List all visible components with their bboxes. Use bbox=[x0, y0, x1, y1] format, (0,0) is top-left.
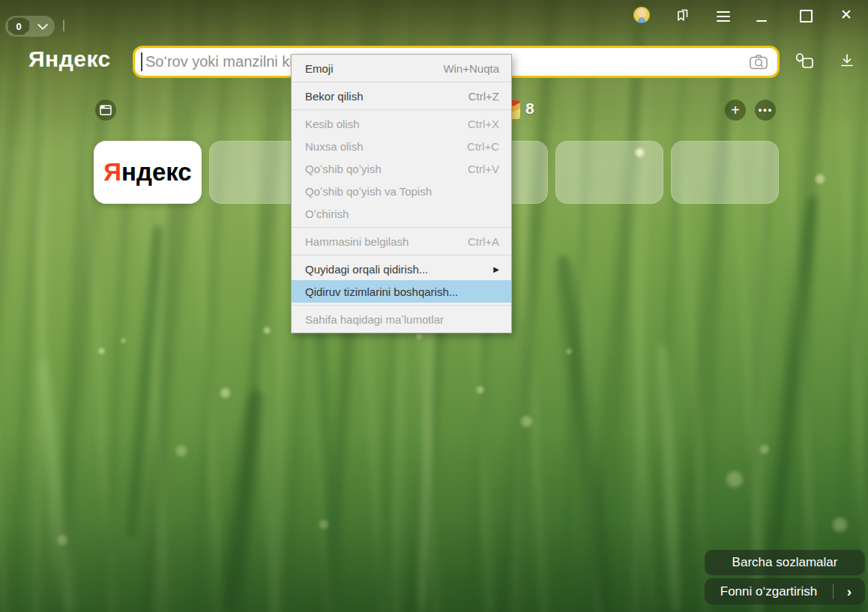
menu-item-label: Sahifa haqidagi maʼlumotlar bbox=[305, 313, 499, 326]
all-settings-button[interactable]: Barcha sozlamalar bbox=[705, 550, 865, 575]
change-background-button[interactable]: Fonni oʻzgartirish › bbox=[705, 578, 865, 605]
menu-item-undo[interactable]: Bekor qilish Ctrl+Z bbox=[292, 85, 511, 107]
yandex-tile-logo: Яндекс bbox=[103, 158, 191, 187]
menu-item-paste: Qoʻshib qoʻyish Ctrl+V bbox=[292, 157, 511, 180]
menu-icon[interactable] bbox=[717, 11, 730, 25]
minimize-button[interactable] bbox=[756, 20, 767, 22]
chevron-down-icon[interactable] bbox=[37, 19, 48, 30]
extensions-icon[interactable] bbox=[795, 52, 816, 70]
menu-item-paste-and-search: Qoʻshib qoʻyish va Topish bbox=[292, 180, 511, 202]
yandex-tile-logo-rest: ндекс bbox=[121, 158, 192, 186]
menu-item-select-all: Hammasini belgilash Ctrl+A bbox=[292, 230, 511, 252]
change-background-label: Fonni oʻzgartirish bbox=[705, 584, 833, 599]
tile-empty[interactable] bbox=[671, 141, 779, 204]
image-search-icon[interactable] bbox=[749, 54, 768, 70]
menu-item-shortcut: Ctrl+V bbox=[468, 163, 499, 175]
menu-item-shortcut: Ctrl+C bbox=[467, 140, 499, 153]
menu-item-label: Qidiruv tizimlarini boshqarish... bbox=[305, 285, 499, 298]
menu-item-manage-search-engines[interactable]: Qidiruv tizimlarini boshqarish... bbox=[292, 280, 511, 303]
menu-separator bbox=[292, 82, 511, 82]
menu-separator bbox=[292, 305, 511, 306]
menu-item-label: Quyidagi orqali qidirish... bbox=[305, 263, 478, 276]
tile-empty[interactable] bbox=[555, 141, 663, 204]
menu-item-label: Hammasini belgilash bbox=[305, 235, 453, 248]
tableau-toggle-button[interactable] bbox=[95, 100, 116, 121]
menu-item-search-with[interactable]: Quyidagi orqali qidirish... ▶ bbox=[292, 258, 511, 280]
yandex-tile-logo-first: Я bbox=[103, 158, 121, 186]
titlebar-separator bbox=[63, 19, 64, 31]
chevron-right-icon[interactable]: › bbox=[834, 584, 865, 600]
close-button[interactable]: ✕ bbox=[840, 6, 852, 24]
menu-item-copy: Nuxsa olish Ctrl+C bbox=[292, 135, 511, 157]
menu-item-page-info: Sahifa haqidagi maʼlumotlar bbox=[292, 308, 511, 330]
yandex-logo[interactable]: Яндекс bbox=[28, 46, 111, 72]
browser-window: 0 ✕ Яндекс bbox=[0, 0, 868, 612]
menu-item-shortcut: Ctrl+X bbox=[468, 118, 499, 130]
menu-item-label: Emoji bbox=[305, 62, 428, 75]
menu-item-label: Nuxsa olish bbox=[305, 140, 452, 153]
menu-separator bbox=[292, 227, 511, 228]
menu-item-label: Qoʻshib qoʻyish va Topish bbox=[305, 185, 499, 198]
menu-item-shortcut: Ctrl+A bbox=[468, 235, 499, 248]
menu-item-shortcut: Ctrl+Z bbox=[468, 90, 499, 103]
menu-item-cut: Kesib olish Ctrl+X bbox=[292, 112, 511, 135]
add-tile-button[interactable]: + bbox=[725, 100, 746, 121]
tile-yandex[interactable]: Яндекс bbox=[94, 141, 202, 204]
user-avatar[interactable] bbox=[633, 7, 650, 23]
menu-item-label: Bekor qilish bbox=[305, 90, 453, 103]
mail-unread-count[interactable]: 8 bbox=[525, 100, 534, 118]
menu-item-label: Qoʻshib qoʻyish bbox=[305, 163, 453, 175]
tab-counter-badge[interactable]: 0 bbox=[7, 17, 30, 35]
menu-item-shortcut: Win+Nuqta bbox=[443, 62, 499, 75]
context-menu: Emoji Win+Nuqta Bekor qilish Ctrl+Z Kesi… bbox=[291, 54, 512, 333]
titlebar: 0 ✕ bbox=[0, 0, 868, 33]
menu-item-delete: Oʻchirish bbox=[292, 202, 511, 225]
bookmarks-icon[interactable] bbox=[675, 7, 691, 23]
menu-separator bbox=[292, 255, 511, 255]
menu-item-emoji[interactable]: Emoji Win+Nuqta bbox=[292, 57, 511, 79]
all-settings-label: Barcha sozlamalar bbox=[732, 555, 838, 570]
text-caret bbox=[141, 52, 142, 71]
downloads-icon[interactable] bbox=[839, 53, 855, 70]
tile-options-button[interactable]: ●●● bbox=[755, 100, 776, 121]
menu-item-label: Oʻchirish bbox=[305, 207, 499, 220]
menu-separator bbox=[292, 109, 511, 110]
tab-counter-pill[interactable]: 0 bbox=[5, 16, 55, 37]
menu-item-label: Kesib olish bbox=[305, 118, 453, 130]
maximize-button[interactable] bbox=[800, 10, 813, 22]
submenu-arrow-icon: ▶ bbox=[493, 265, 499, 273]
